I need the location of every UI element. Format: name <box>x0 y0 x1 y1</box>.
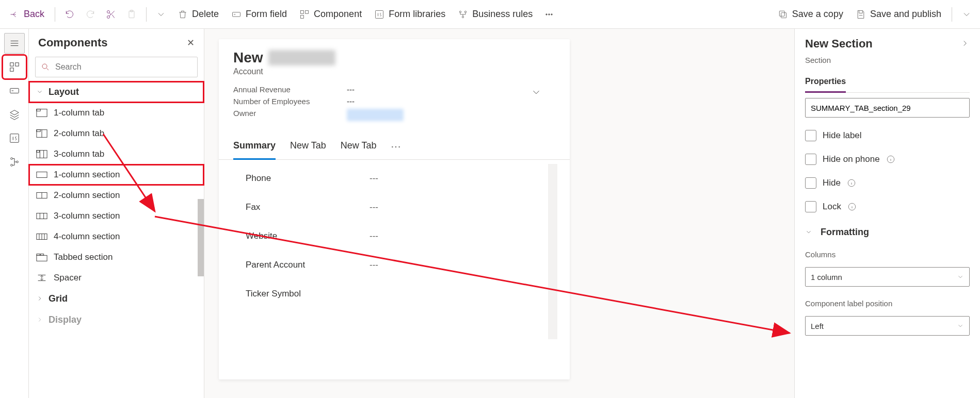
component-button[interactable]: Component <box>294 6 367 23</box>
checkbox[interactable] <box>805 130 816 141</box>
svg-point-22 <box>10 158 12 160</box>
svg-rect-26 <box>37 109 47 117</box>
search-box[interactable] <box>35 57 198 77</box>
cut-button[interactable] <box>102 6 120 23</box>
columns-label: Columns <box>805 250 970 259</box>
overflow-button[interactable] <box>540 6 558 23</box>
tab2-icon <box>36 129 47 138</box>
svg-rect-32 <box>37 172 47 178</box>
form-field-button[interactable]: Form field <box>226 6 292 23</box>
tab-new-1[interactable]: New Tab <box>290 135 326 159</box>
tabs-overflow[interactable]: ⋯ <box>391 135 401 159</box>
search-input[interactable] <box>55 62 192 72</box>
item-1-column-section[interactable]: 1-column section <box>29 164 204 185</box>
check-hide[interactable]: Hide <box>805 177 970 189</box>
left-rail <box>0 29 29 398</box>
paste-button[interactable] <box>122 6 141 23</box>
save-publish-button[interactable]: Save and publish <box>850 6 946 23</box>
header-field-row[interactable]: Number of Employees --- <box>233 95 555 107</box>
redo-button[interactable] <box>81 6 100 23</box>
redacted-name <box>268 50 335 65</box>
delete-button[interactable]: Delete <box>172 6 224 23</box>
item-3-column-tab[interactable]: 3-column tab <box>29 144 204 164</box>
js-rail-button[interactable] <box>4 128 25 148</box>
header-field-row[interactable]: Owner <box>233 107 555 123</box>
business-rules-button[interactable]: Business rules <box>453 6 538 23</box>
tab-summary[interactable]: Summary <box>233 135 276 160</box>
save-copy-button[interactable]: Save a copy <box>773 6 848 23</box>
field-row[interactable]: Fax --- <box>231 193 548 222</box>
group-grid[interactable]: Grid <box>29 288 204 309</box>
chevron-down-button[interactable] <box>152 6 170 23</box>
save-icon <box>856 9 866 20</box>
flow-icon <box>458 9 468 20</box>
scrollbar-thumb[interactable] <box>198 199 204 276</box>
props-pivot: Properties <box>805 73 970 93</box>
js-icon <box>374 9 384 20</box>
item-label: 4-column section <box>54 231 120 242</box>
check-lock[interactable]: Lock <box>805 201 970 212</box>
hamburger-button[interactable] <box>4 33 25 54</box>
save-publish-label: Save and publish <box>870 9 941 20</box>
item-4-column-section[interactable]: 4-column section <box>29 226 204 247</box>
group-layout[interactable]: Layout <box>29 81 204 103</box>
formatting-label: Formatting <box>821 227 869 238</box>
svg-point-12 <box>546 13 548 15</box>
field-icon <box>231 9 242 20</box>
save-split-chevron[interactable] <box>957 6 976 23</box>
group-display[interactable]: Display <box>29 309 204 330</box>
info-icon[interactable] <box>886 155 895 164</box>
item-spacer[interactable]: Spacer <box>29 268 204 288</box>
checkbox[interactable] <box>805 201 816 212</box>
section-name-input[interactable] <box>805 98 970 118</box>
check-label: Hide label <box>823 130 862 141</box>
item-2-column-tab[interactable]: 2-column tab <box>29 123 204 144</box>
form-card: New Account Annual Revenue --- Number of… <box>219 39 570 379</box>
columns-select[interactable]: 1 column <box>805 267 970 287</box>
field-value: --- <box>369 260 378 270</box>
item-tabbed-section[interactable]: Tabbed section <box>29 247 204 268</box>
item-2-column-section[interactable]: 2-column section <box>29 185 204 206</box>
svg-point-0 <box>107 10 110 13</box>
header-field-row[interactable]: Annual Revenue --- <box>233 84 555 95</box>
item-label: Spacer <box>54 273 82 283</box>
check-hide-label[interactable]: Hide label <box>805 130 970 141</box>
info-icon[interactable] <box>847 178 856 188</box>
svg-rect-19 <box>10 68 13 71</box>
tabbed-icon <box>36 253 47 262</box>
undo-button[interactable] <box>60 6 79 23</box>
fields-rail-button[interactable] <box>4 80 25 101</box>
item-label: 2-column tab <box>54 128 104 139</box>
tab-new-2[interactable]: New Tab <box>341 135 377 159</box>
ellipsis-icon <box>544 9 554 20</box>
item-3-column-section[interactable]: 3-column section <box>29 206 204 226</box>
collapse-icon[interactable] <box>960 39 970 49</box>
tree-rail-button[interactable] <box>4 152 25 172</box>
back-button[interactable]: Back <box>4 6 50 23</box>
form-libraries-button[interactable]: Form libraries <box>369 6 451 23</box>
layers-rail-button[interactable] <box>4 104 25 125</box>
item-1-column-tab[interactable]: 1-column tab <box>29 103 204 123</box>
checkbox[interactable] <box>805 154 816 165</box>
expand-chevron[interactable] <box>531 87 543 99</box>
field-row[interactable]: Phone --- <box>231 164 548 193</box>
formatting-header[interactable]: Formatting <box>805 227 970 238</box>
separator <box>55 7 55 22</box>
field-row[interactable]: Website --- <box>231 222 548 251</box>
info-icon[interactable] <box>847 202 857 211</box>
field-row[interactable]: Parent Account --- <box>231 251 548 279</box>
svg-rect-36 <box>37 255 47 261</box>
pivot-properties[interactable]: Properties <box>805 73 846 93</box>
field-row[interactable]: Ticker Symbol <box>231 279 548 308</box>
label-pos-select[interactable]: Left <box>805 316 970 336</box>
svg-rect-18 <box>15 63 18 66</box>
search-icon <box>41 62 50 72</box>
close-icon[interactable]: ✕ <box>187 37 195 48</box>
checkbox[interactable] <box>805 177 816 189</box>
field-label: Ticker Symbol <box>246 289 369 299</box>
field-label: Website <box>246 231 369 241</box>
components-rail-button[interactable] <box>4 57 25 77</box>
check-hide-phone[interactable]: Hide on phone <box>805 154 970 165</box>
scissors-icon <box>106 9 116 20</box>
hf-label: Owner <box>233 109 326 121</box>
